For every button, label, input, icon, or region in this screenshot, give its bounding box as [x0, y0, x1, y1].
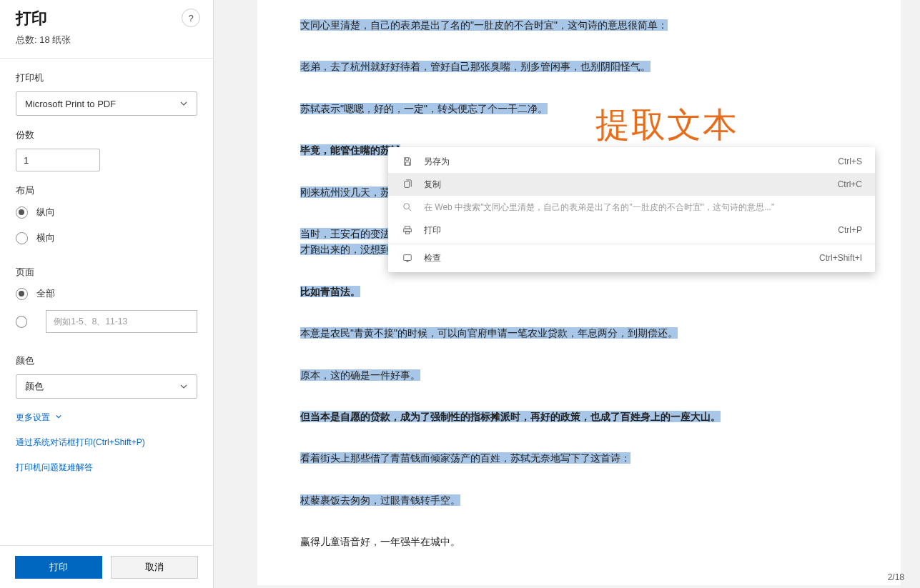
inspect-icon [401, 251, 414, 264]
separator [0, 58, 213, 59]
paragraph: 苏轼表示"嗯嗯，好的，一定"，转头便忘了个一干二净。 [300, 101, 858, 116]
paragraph: 本意是农民"青黄不接"的时候，可以向官府申请一笔农业贷款，年息两分，到期偿还。 [300, 325, 858, 341]
chevron-down-icon [179, 382, 188, 391]
more-settings-link[interactable]: 更多设置 [16, 412, 197, 424]
paragraph: 老弟，去了杭州就好好待着，管好自己那张臭嘴，别多管闲事，也别阴阳怪气。 [300, 59, 858, 74]
print-icon [401, 224, 414, 236]
radio-icon [16, 288, 28, 300]
ctx-print[interactable]: 打印 Ctrl+P [388, 219, 875, 241]
system-dialog-link[interactable]: 通过系统对话框打印(Ctrl+Shift+P) [16, 437, 197, 449]
svg-rect-3 [405, 226, 410, 229]
pages-custom-input[interactable]: 例如1-5、8、11-13 [46, 310, 197, 333]
copy-icon [401, 178, 414, 191]
svg-point-1 [404, 204, 410, 209]
ctx-search-web[interactable]: 在 Web 中搜索"文同心里清楚，自己的表弟是出了名的"一肚皮的不合时宜"，这句… [388, 196, 875, 219]
context-menu-separator [388, 244, 875, 244]
paragraph: 杖藜裹饭去匆匆，过眼青钱转手空。 [300, 492, 858, 508]
shortcut: Ctrl+Shift+I [819, 253, 862, 263]
printer-label: 打印机 [16, 71, 197, 84]
pages-all-label: 全部 [36, 287, 55, 300]
svg-rect-6 [404, 255, 412, 261]
pages-custom-row[interactable]: 例如1-5、8、11-13 [16, 310, 197, 333]
annotation-text: 提取文本 [595, 102, 738, 148]
pages-all-row[interactable]: 全部 [16, 287, 197, 300]
radio-icon [16, 232, 28, 244]
ctx-label: 在 Web 中搜索"文同心里清楚，自己的表弟是出了名的"一肚皮的不合时宜"，这句… [424, 201, 774, 214]
paragraph: 但当本是自愿的贷款，成为了强制性的指标摊派时，再好的政策，也成了百姓身上的一座大… [300, 409, 858, 424]
paragraph: 赢得儿童语音好，一年强半在城中。 [300, 534, 858, 549]
paragraph: 看着街头上那些借了青苗钱而倾家荡产的百姓，苏轼无奈地写下了这首诗： [300, 450, 858, 466]
paragraph: 比如青苗法。 [300, 284, 858, 299]
radio-icon [16, 316, 27, 328]
troubleshoot-link[interactable]: 打印机问题疑难解答 [16, 462, 197, 474]
print-button[interactable]: 打印 [15, 556, 102, 579]
radio-icon [16, 206, 28, 219]
layout-landscape-row[interactable]: 横向 [16, 231, 197, 244]
svg-line-2 [409, 209, 412, 211]
copies-value: 1 [24, 155, 29, 166]
dialog-title: 打印 [16, 8, 197, 29]
layout-label: 布局 [16, 184, 197, 197]
ctx-save-as[interactable]: 另存为 Ctrl+S [388, 150, 875, 173]
more-settings-label: 更多设置 [16, 412, 50, 422]
sidebar-footer: 打印 取消 [0, 547, 213, 588]
paragraph: 原本，这的确是一件好事。 [300, 367, 858, 383]
svg-rect-0 [405, 181, 410, 188]
search-icon [401, 201, 414, 214]
context-menu: 另存为 Ctrl+S 复制 Ctrl+C 在 Web 中搜索"文同心里清楚，自己… [388, 147, 875, 272]
ctx-label: 另存为 [424, 156, 450, 168]
sidebar-content: 打印 总数: 18 纸张 ? 打印机 Microsoft Print to PD… [0, 0, 213, 546]
printer-select[interactable]: Microsoft Print to PDF [16, 91, 197, 116]
ctx-inspect[interactable]: 检查 Ctrl+Shift+I [388, 246, 875, 269]
shortcut: Ctrl+C [838, 179, 862, 189]
layout-portrait-row[interactable]: 纵向 [16, 206, 197, 219]
color-select[interactable]: 颜色 [16, 374, 197, 399]
printer-value: Microsoft Print to PDF [25, 99, 116, 109]
layout-landscape-label: 横向 [36, 231, 55, 244]
color-label: 颜色 [16, 354, 197, 367]
color-value: 颜色 [25, 380, 44, 393]
page-preview: 文同心里清楚，自己的表弟是出了名的"一肚皮的不合时宜"，这句诗的意思很简单： 老… [257, 0, 901, 585]
pages-label: 页面 [16, 266, 197, 279]
chevron-down-icon [53, 412, 62, 422]
chevron-down-icon [179, 99, 188, 108]
paragraph: 文同心里清楚，自己的表弟是出了名的"一肚皮的不合时宜"，这句诗的意思很简单： [300, 17, 858, 33]
shortcut: Ctrl+S [838, 156, 862, 166]
page-counter: 2/18 [888, 572, 904, 582]
help-button[interactable]: ? [182, 9, 200, 27]
copies-input[interactable]: 1 [16, 149, 100, 171]
ctx-label: 打印 [424, 224, 441, 236]
layout-portrait-label: 纵向 [36, 206, 55, 219]
ctx-label: 复制 [424, 179, 441, 191]
save-icon [401, 155, 414, 168]
shortcut: Ctrl+P [838, 225, 862, 235]
ctx-label: 检查 [424, 252, 441, 264]
copies-label: 份数 [16, 129, 197, 141]
print-sidebar: 打印 总数: 18 纸张 ? 打印机 Microsoft Print to PD… [0, 0, 213, 588]
cancel-button[interactable]: 取消 [111, 556, 198, 579]
dialog-subtitle: 总数: 18 纸张 [16, 34, 197, 46]
ctx-copy[interactable]: 复制 Ctrl+C [388, 173, 875, 196]
